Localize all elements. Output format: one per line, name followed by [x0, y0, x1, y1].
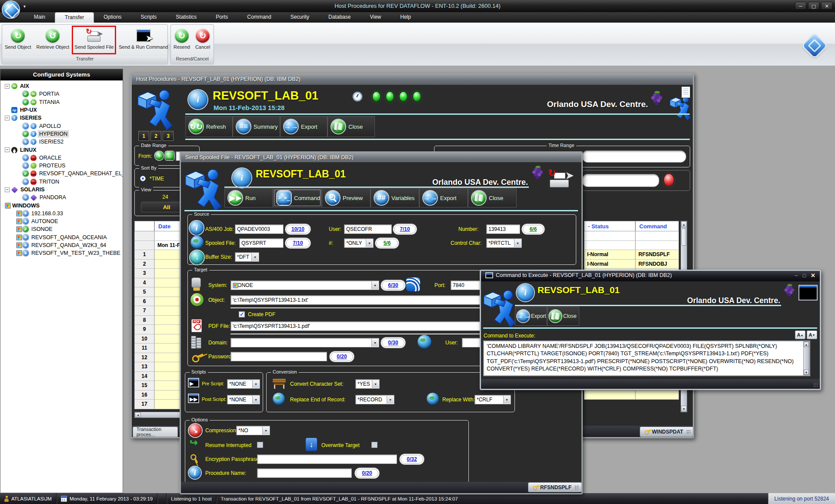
domain-select[interactable]: ▼ — [230, 338, 379, 347]
dropdown-arrow-icon[interactable]: ▼ — [514, 239, 521, 247]
dropdown-arrow-icon[interactable]: ▼ — [371, 339, 378, 347]
host-procedures-titlebar[interactable]: Host Procedures - REVSOFT_LAB_01 (HYPERI… — [132, 74, 693, 85]
scroll-down-button[interactable]: ▼ — [804, 370, 809, 375]
menu-tab[interactable]: Security — [281, 12, 319, 23]
overwrite-checkbox[interactable] — [371, 442, 377, 448]
tree-expander[interactable] — [5, 187, 10, 192]
table-row[interactable]: I-Normal RFSNDSPLF — [584, 250, 679, 260]
minimize-button[interactable]: ─ — [795, 273, 798, 278]
toolbar-button[interactable]: ≡ Summary — [233, 116, 280, 137]
toolbar-button[interactable]: → Export — [419, 188, 468, 207]
tree-item[interactable]: SOLARIS — [0, 186, 123, 194]
control-char-select[interactable]: *PRTCTL▼ — [486, 238, 522, 248]
tree-expander[interactable] — [5, 84, 10, 89]
tree-item[interactable]: REVSOFT_QANDA_REDHAT_EL_P — [0, 170, 123, 177]
toolbar-button[interactable]: ↻ Refresh — [185, 116, 233, 137]
system-select[interactable]: ISONOE ▼ — [230, 280, 379, 290]
tree-item[interactable]: TRITON — [0, 178, 123, 186]
tree-item[interactable]: HYPERION — [0, 130, 123, 138]
maximize-button[interactable]: ▢ — [802, 273, 806, 278]
menu-tab[interactable]: Ports — [206, 12, 237, 23]
toolbar-button[interactable]: Close — [327, 116, 375, 137]
tree-item[interactable]: TITANIA — [0, 98, 123, 106]
ribbon-button[interactable]: ↻ Resend — [171, 26, 193, 50]
ribbon-button[interactable]: ➤ Send & Run Command — [116, 26, 170, 50]
ribbon-button[interactable]: ↻ Cancel — [193, 26, 213, 50]
post-script-select[interactable]: *NONE▼ — [227, 395, 260, 404]
tree-item[interactable]: AUTONOE — [0, 217, 123, 225]
dropdown-arrow-icon[interactable]: ▼ — [387, 396, 394, 404]
tree-item[interactable]: ISONOE — [0, 225, 123, 233]
ribbon-button[interactable]: ↻➤ Send Spooled File — [72, 26, 116, 54]
resize-grip[interactable] — [813, 382, 818, 387]
port-field[interactable]: 7840 — [451, 280, 480, 290]
page-tab[interactable]: 3 — [163, 131, 174, 141]
tree-item[interactable]: REVSOFT_QANDA_W2K3_64 — [0, 241, 123, 249]
tree-item[interactable]: PORTIA — [0, 90, 123, 98]
encryption-passphrase-field[interactable] — [257, 454, 397, 464]
toolbar-button[interactable]: ▶ Run — [224, 188, 273, 207]
scrollbar-thumb[interactable] — [681, 228, 686, 246]
menu-tab[interactable]: Options — [94, 12, 131, 23]
minimize-button[interactable]: ─ — [795, 2, 806, 10]
resume-checkbox[interactable] — [257, 442, 263, 448]
toolbar-button[interactable]: Close — [468, 188, 517, 207]
page-tab[interactable]: 2 — [150, 131, 161, 141]
menu-tab[interactable]: Transfer — [55, 12, 94, 23]
dropdown-arrow-icon[interactable]: ▼ — [366, 239, 373, 247]
close-button[interactable]: ✕ — [811, 272, 815, 279]
convert-charset-select[interactable]: *YES▼ — [355, 379, 380, 389]
maximize-button[interactable]: ▢ — [808, 2, 819, 10]
toolbar-button[interactable]: → Export — [515, 307, 547, 326]
tree-item[interactable]: WINDOWS — [0, 201, 123, 209]
tree-expander[interactable] — [5, 116, 10, 120]
buffer-size-select[interactable]: *DFT▼ — [235, 252, 259, 262]
filter-field[interactable] — [582, 174, 659, 187]
scroll-left-button[interactable]: ◄ — [135, 412, 141, 417]
spool-number-select[interactable]: *ONLY▼ — [344, 238, 374, 248]
dropdown-arrow-icon[interactable]: ▼ — [371, 281, 378, 289]
command-scrollbar[interactable]: ▲ ▼ — [803, 341, 809, 375]
menu-tab[interactable]: Main — [24, 12, 55, 23]
font-increase-button[interactable]: A▲ — [795, 330, 805, 339]
send-dialog-titlebar[interactable]: Send Spooled File - REVSOFT_LAB_01 (HYPE… — [181, 153, 581, 163]
tree-item[interactable]: 192.168.0.33 — [0, 210, 123, 217]
dropdown-arrow-icon[interactable]: ▼ — [372, 380, 379, 388]
compression-select[interactable]: *NO▼ — [236, 426, 270, 435]
close-button[interactable]: ✕ — [821, 2, 832, 10]
rfsndsplf-button[interactable]: RFSNDSPLF — [528, 482, 581, 492]
font-decrease-button[interactable]: A▼ — [807, 330, 817, 339]
table-row[interactable]: I-Normal RFSNDOBJ — [584, 260, 679, 269]
toolbar-button[interactable]: Preview — [322, 188, 371, 207]
prev-date-button[interactable]: ← — [165, 151, 174, 160]
table-row[interactable] — [584, 241, 679, 250]
tree-item[interactable]: PROTEUS — [0, 162, 123, 170]
page-tab[interactable]: 1 — [138, 131, 149, 141]
sort-time-radio[interactable] — [140, 176, 146, 181]
menu-tab[interactable]: View — [360, 12, 391, 23]
dropdown-arrow-icon[interactable]: ▼ — [252, 396, 259, 404]
pre-script-select[interactable]: *NONE▼ — [227, 379, 260, 389]
table-row[interactable] — [584, 391, 679, 400]
tree-item[interactable]: REVSOFT_QANDA_OCEANIA — [0, 234, 123, 241]
toolbar-button[interactable]: → Export — [280, 116, 327, 137]
as400-job-field[interactable]: QPADEV0003 — [235, 224, 284, 234]
tree-item[interactable]: REVSOFT_VM_TEST_W23_THEBE — [0, 249, 123, 257]
tree-item[interactable]: ISERIES2 — [0, 138, 123, 146]
menu-tab[interactable]: Database — [319, 12, 360, 23]
quick-access-chevron-icon[interactable]: ▼ — [23, 4, 27, 9]
toolbar-button[interactable]: # Variables — [371, 188, 419, 207]
tree-item[interactable]: PANDORA — [0, 194, 123, 201]
menu-tab[interactable]: Command — [237, 12, 281, 23]
dropdown-arrow-icon[interactable]: ▼ — [503, 396, 510, 404]
procedure-name-field[interactable] — [257, 468, 352, 478]
replace-with-select[interactable]: *CRLF▼ — [474, 395, 511, 404]
menu-tab[interactable]: Scripts — [131, 12, 167, 23]
app-logo-icon[interactable] — [3, 1, 19, 18]
toolbar-button[interactable]: Close — [547, 307, 579, 326]
number-field[interactable]: 139413 — [486, 224, 520, 234]
command-dialog-titlebar[interactable]: Command to Execute - REVSOFT_LAB_01 (HYP… — [481, 271, 820, 281]
dropdown-arrow-icon[interactable]: ▼ — [252, 380, 259, 388]
tree-item[interactable]: HP-UX — [0, 106, 123, 114]
tree-item[interactable]: ORACLE — [0, 154, 123, 162]
